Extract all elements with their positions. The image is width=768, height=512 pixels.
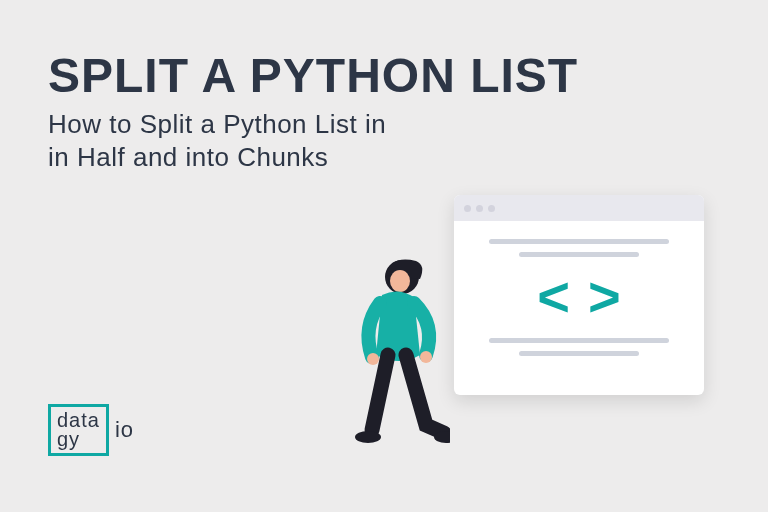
placeholder-line [489,239,669,244]
subtitle-line-2: in Half and into Chunks [48,141,386,174]
window-dot-icon [464,205,471,212]
logo-box: data gy [48,404,109,456]
window-dot-icon [488,205,495,212]
svg-point-2 [367,353,379,365]
angle-right-icon: > [588,275,621,320]
subtitle-line-1: How to Split a Python List in [48,108,386,141]
svg-point-1 [390,270,410,292]
placeholder-line [519,252,639,257]
svg-point-4 [355,431,381,443]
window-dot-icon [476,205,483,212]
svg-point-3 [420,351,432,363]
window-content: < > [454,221,704,374]
logo-text-line2: gy [57,430,100,449]
placeholder-line [489,338,669,343]
logo-suffix: io [115,417,134,443]
code-window-illustration: < > [454,195,704,395]
page-subtitle: How to Split a Python List in in Half an… [48,108,386,173]
window-titlebar [454,195,704,221]
code-brackets-icon: < > [537,275,620,320]
datagy-logo: data gy io [48,404,134,456]
placeholder-line [519,351,639,356]
angle-left-icon: < [537,275,570,320]
person-walking-illustration [340,255,450,470]
page-title: SPLIT A PYTHON LIST [48,48,578,103]
